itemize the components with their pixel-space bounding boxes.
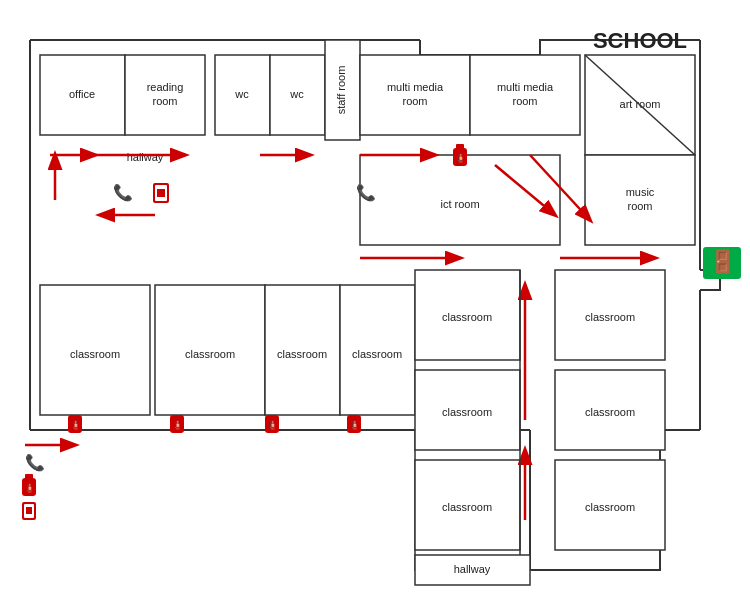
phone-icon2: 📞 bbox=[356, 183, 376, 202]
staff-room-label: staff room bbox=[335, 66, 347, 115]
office-label: office bbox=[69, 88, 95, 100]
classroom1-label: classroom bbox=[70, 348, 120, 360]
phone-icon1: 📞 bbox=[113, 183, 133, 202]
classroom5-label: classroom bbox=[442, 311, 492, 323]
music-room-label2: room bbox=[627, 200, 652, 212]
classroom7-label: classroom bbox=[442, 501, 492, 513]
extinguisher-c3: 🧯 bbox=[265, 415, 279, 433]
classroom2-label: classroom bbox=[185, 348, 235, 360]
alarm-icon1-center bbox=[157, 189, 165, 197]
extinguisher-hallway: 🧯 bbox=[453, 144, 467, 166]
multimedia2-label2: room bbox=[512, 95, 537, 107]
extinguisher-c2: 🧯 bbox=[170, 415, 184, 433]
ict-room-label: ict room bbox=[440, 198, 479, 210]
multimedia1-label2: room bbox=[402, 95, 427, 107]
wc1-label: wc bbox=[234, 88, 249, 100]
svg-text:🧯: 🧯 bbox=[172, 419, 184, 431]
art-room-label: art room bbox=[620, 98, 661, 110]
school-title: SCHOOL bbox=[593, 28, 687, 53]
classroom8-label: classroom bbox=[585, 311, 635, 323]
floor-plan-svg: office reading room wc wc staff room mul… bbox=[0, 0, 750, 603]
legend-alarm-center bbox=[26, 507, 32, 514]
extinguisher-c4: 🧯 bbox=[347, 415, 361, 433]
music-room-label: music bbox=[626, 186, 655, 198]
svg-text:🧯: 🧯 bbox=[349, 419, 361, 431]
reading-room-label2: room bbox=[152, 95, 177, 107]
floor-plan-canvas: office reading room wc wc staff room mul… bbox=[0, 0, 750, 603]
wc2-label: wc bbox=[289, 88, 304, 100]
extinguisher-c1: 🧯 bbox=[68, 415, 82, 433]
svg-rect-4 bbox=[456, 144, 464, 149]
legend-extinguisher: 🧯 bbox=[22, 474, 36, 496]
svg-rect-15 bbox=[25, 474, 33, 479]
svg-text:🧯: 🧯 bbox=[267, 419, 279, 431]
svg-text:🧯: 🧯 bbox=[455, 152, 467, 164]
classroom3-label: classroom bbox=[277, 348, 327, 360]
multimedia1-label: multi media bbox=[387, 81, 444, 93]
classroom10-label: classroom bbox=[585, 501, 635, 513]
exit-icon: 🚪 bbox=[709, 248, 737, 275]
classroom6-label: classroom bbox=[442, 406, 492, 418]
classroom4-label: classroom bbox=[352, 348, 402, 360]
hallway1-label: hallway bbox=[127, 151, 164, 163]
reading-room-label: reading bbox=[147, 81, 184, 93]
legend-phone: 📞 bbox=[25, 453, 45, 472]
classroom9-label: classroom bbox=[585, 406, 635, 418]
multimedia2-label: multi media bbox=[497, 81, 554, 93]
svg-text:🧯: 🧯 bbox=[70, 419, 82, 431]
hallway2-label: hallway bbox=[454, 563, 491, 575]
svg-text:🧯: 🧯 bbox=[24, 482, 36, 494]
